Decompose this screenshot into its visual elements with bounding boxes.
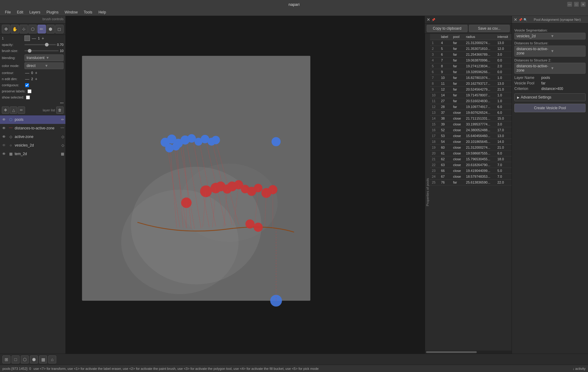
- hex2-btn[interactable]: ⬢: [30, 355, 38, 363]
- create-vesicle-pool-btn[interactable]: Create Vesicle Pool: [514, 104, 586, 112]
- contour-incr-btn[interactable]: +: [34, 70, 38, 75]
- layer-tool-1[interactable]: ✥: [2, 106, 9, 114]
- minimize-button[interactable]: —: [567, 2, 572, 7]
- dist-struct2-dropdown[interactable]: distances-to-active-zone ▼: [514, 63, 586, 74]
- contiguous-checkbox[interactable]: [25, 83, 29, 87]
- close-button[interactable]: ✕: [581, 2, 586, 7]
- dist-struct-dropdown[interactable]: distances-to-active-zone ▼: [514, 46, 586, 57]
- transform-tool-btn[interactable]: ⊹: [20, 25, 28, 33]
- table-row[interactable]: 12 28 far 19.109774917... 6.0: [430, 104, 512, 110]
- brush-size-slider[interactable]: [24, 50, 59, 51]
- color-mode-dropdown[interactable]: direct ▼: [24, 62, 64, 69]
- menu-layers[interactable]: Layers: [27, 9, 43, 15]
- show-selected-checkbox[interactable]: [26, 95, 30, 99]
- save-as-csv-btn[interactable]: Save as csv...: [469, 25, 510, 32]
- preserve-labels-checkbox[interactable]: [28, 89, 31, 93]
- move-tool-btn[interactable]: ✥: [2, 25, 10, 33]
- menu-window[interactable]: Window: [62, 9, 80, 15]
- layer-item-vesicles[interactable]: 👁 ○ vesicles_2d ◇: [0, 141, 65, 150]
- layer-tool-3[interactable]: ✏: [18, 106, 25, 114]
- n-edit-decr-btn[interactable]: —: [24, 76, 30, 81]
- menu-help[interactable]: Help: [96, 9, 108, 15]
- menu-edit[interactable]: Edit: [14, 9, 26, 15]
- right-panel-close-btn[interactable]: ✕: [514, 17, 517, 22]
- table-scroll-thumb[interactable]: [426, 351, 477, 353]
- table-row[interactable]: 17 53 close 15.640456460... 13.0: [430, 133, 512, 139]
- blending-dropdown[interactable]: translucent ▼: [24, 54, 64, 61]
- table-container[interactable]: label pool radius intensit 1 4 far 21.31…: [430, 34, 512, 351]
- label-decr-btn[interactable]: —: [31, 36, 37, 41]
- col-radius[interactable]: radius: [464, 34, 496, 40]
- table-row[interactable]: 22 63 close 20.618264790... 7.0: [430, 162, 512, 168]
- advanced-settings-btn[interactable]: ▶ Advanced Settings: [514, 93, 586, 101]
- table-scroll-bar[interactable]: [425, 351, 512, 354]
- layer-eye-active-zone[interactable]: 👁: [1, 134, 7, 140]
- layer-item-active-zone[interactable]: 👁 ◇ active-zone ◇: [0, 132, 65, 141]
- table-row[interactable]: 8 11 far 20.162793717... 13.0: [430, 81, 512, 87]
- table-row[interactable]: 10 14 far 19.714578007... 1.0: [430, 92, 512, 98]
- table-close-btn[interactable]: ✕: [427, 17, 430, 22]
- n-edit-dim-row: n edit dim: — 2 +: [0, 76, 65, 82]
- console-btn[interactable]: ⊞: [2, 355, 10, 363]
- vesicle-seg-dropdown[interactable]: vesicles_2d ▼: [514, 33, 586, 39]
- grid-btn[interactable]: ▦: [39, 355, 47, 363]
- table-row[interactable]: 13 37 close 19.607626524... 6.0: [430, 110, 512, 116]
- menu-plugins[interactable]: Plugins: [44, 9, 61, 15]
- table-row[interactable]: 14 38 close 21.711151331... 15.0: [430, 116, 512, 121]
- visualization-canvas[interactable]: [66, 16, 424, 354]
- right-panel-search-btn[interactable]: 🔍: [524, 18, 527, 21]
- table-row[interactable]: 16 52 close 24.380052488... 17.0: [430, 127, 512, 133]
- viewer-btn[interactable]: □: [12, 355, 20, 363]
- delete-layer-btn[interactable]: 🗑: [56, 106, 64, 114]
- table-row[interactable]: 24 67 close 18.579748353... 7.0: [430, 174, 512, 180]
- col-label[interactable]: label: [439, 34, 451, 40]
- home-btn[interactable]: ⌂: [48, 355, 56, 363]
- layer-eye-tem[interactable]: 👁: [1, 151, 7, 157]
- n-edit-incr-btn[interactable]: +: [34, 76, 38, 81]
- table-row[interactable]: 20 61 close 19.598687555... 6.0: [430, 151, 512, 156]
- eraser-tool-btn[interactable]: ◻: [55, 25, 64, 33]
- table-row[interactable]: 18 54 close 20.101865645... 14.0: [430, 139, 512, 145]
- opacity-slider[interactable]: [24, 44, 56, 45]
- maximize-button[interactable]: □: [574, 2, 579, 7]
- table-pin-btn[interactable]: 📌: [432, 18, 435, 21]
- menu-tools[interactable]: Tools: [81, 9, 95, 15]
- col-pool[interactable]: pool: [451, 34, 464, 40]
- layer-item-distances[interactable]: 👁 〰 distances-to-active-zone 〰: [0, 124, 65, 132]
- table-row[interactable]: 1 4 far 21.312000274... 13.0: [430, 40, 512, 46]
- table-row[interactable]: 11 27 far 20.516024830... 1.0: [430, 98, 512, 104]
- table-row[interactable]: 7 10 far 16.827801974... 1.0: [430, 75, 512, 81]
- layer-tool-2[interactable]: △: [10, 106, 17, 114]
- hex1-btn[interactable]: ⬡: [21, 355, 29, 363]
- copy-to-clipboard-btn[interactable]: Copy to clipboard: [427, 25, 468, 32]
- label-incr-btn[interactable]: +: [41, 36, 45, 41]
- contour-decr-btn[interactable]: —: [24, 70, 30, 75]
- table-row[interactable]: 6 9 far 19.328596266... 0.0: [430, 69, 512, 75]
- layer-item-tem[interactable]: 👁 ▦ tem_2d ▦: [0, 150, 65, 158]
- fill-tool-btn[interactable]: ⬡: [28, 25, 37, 33]
- table-row[interactable]: 9 12 far 20.524564279... 21.0: [430, 87, 512, 92]
- table-row[interactable]: 4 7 far 19.063870996... 0.0: [430, 58, 512, 63]
- table-row[interactable]: 25 76 far 25.613836590... 22.0: [430, 180, 512, 185]
- layer-edit-pools[interactable]: ✏: [61, 117, 64, 122]
- label-color-box[interactable]: [24, 35, 30, 41]
- table-row[interactable]: 15 39 close 33.199537774... 3.0: [430, 121, 512, 127]
- table-row[interactable]: 3 6 far 21.254366789... 3.0: [430, 52, 512, 58]
- table-row[interactable]: 23 66 close 19.419044099... 5.0: [430, 168, 512, 174]
- layer-eye-vesicles[interactable]: 👁: [1, 143, 7, 148]
- polygon-tool-btn[interactable]: ⬢: [46, 25, 55, 33]
- layer-item-pools[interactable]: 👁 ⬡ pools ✏: [0, 115, 65, 124]
- layer-eye-pools[interactable]: 👁: [1, 117, 7, 122]
- right-panel-pin-btn[interactable]: 📌: [519, 18, 522, 21]
- table-row[interactable]: 2 5 far 21.353071810... 12.0: [430, 46, 512, 52]
- brush-tool-btn[interactable]: ✏: [38, 25, 46, 33]
- menu-file[interactable]: File: [2, 9, 13, 15]
- cell-rownum: 20: [430, 151, 439, 156]
- canvas-area[interactable]: [66, 16, 424, 354]
- layer-eye-distances[interactable]: 👁: [1, 125, 7, 131]
- table-row[interactable]: 21 62 close 15.796530455... 18.0: [430, 156, 512, 162]
- pan-tool-btn[interactable]: ✋: [11, 25, 19, 33]
- table-row[interactable]: 19 60 close 21.312000274... 21.0: [430, 145, 512, 151]
- table-row[interactable]: 5 8 far 19.274123834... 2.0: [430, 63, 512, 69]
- col-intensity[interactable]: intensit: [495, 34, 512, 40]
